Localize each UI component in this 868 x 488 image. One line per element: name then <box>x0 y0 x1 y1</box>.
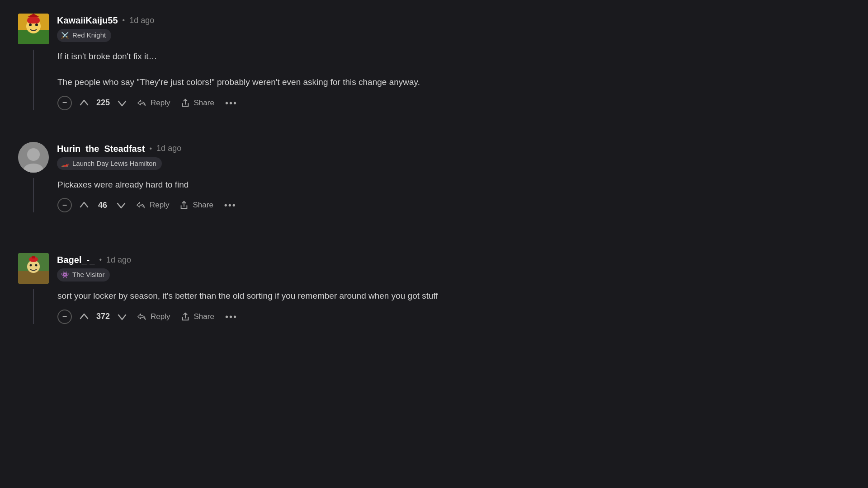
svg-point-8 <box>27 148 40 161</box>
reply-button[interactable]: Reply <box>133 198 172 212</box>
comment-body: sort your locker by season, it's better … <box>57 289 651 303</box>
vote-count: 225 <box>96 97 110 109</box>
comment-text-2: The people who say "They're just colors!… <box>57 75 651 89</box>
upvote-icon <box>79 200 89 210</box>
comment-body: If it isn't broke don't fix it… The peop… <box>57 50 651 89</box>
downvote-button[interactable] <box>114 96 130 110</box>
username: KawaiiKaiju55 <box>57 14 118 27</box>
reply-label: Reply <box>151 312 170 321</box>
avatar <box>18 142 49 173</box>
comment-header: Bagel_-_ • 1d ago 👾 The Visitor <box>18 253 651 284</box>
comment-right: If it isn't broke don't fix it… The peop… <box>57 50 651 110</box>
share-icon <box>180 312 190 322</box>
svg-point-14 <box>35 264 38 267</box>
reply-button[interactable]: Reply <box>134 96 173 110</box>
timestamp: 1d ago <box>156 142 181 155</box>
flair-icon: ⚔️ <box>60 30 70 40</box>
flair-text: Red Knight <box>72 30 106 41</box>
svg-rect-11 <box>18 271 49 284</box>
timestamp: 1d ago <box>106 254 131 266</box>
svg-point-3 <box>29 23 32 26</box>
svg-rect-16 <box>32 256 35 258</box>
reply-icon <box>137 312 147 322</box>
thread-line-container: Pickaxes were already hard to find − 46 <box>18 178 651 212</box>
share-label: Share <box>194 99 214 108</box>
username: Hurin_the_Steadfast <box>57 142 145 155</box>
timestamp: 1d ago <box>129 14 154 27</box>
comment-item: Hurin_the_Steadfast • 1d ago 🏎️ Launch D… <box>18 142 651 212</box>
svg-rect-5 <box>27 17 40 23</box>
flair-badge: 👾 The Visitor <box>57 268 110 282</box>
upvote-button[interactable] <box>76 198 92 212</box>
more-button[interactable]: ••• <box>221 199 240 211</box>
comment-body: Pickaxes were already hard to find <box>57 178 651 192</box>
share-icon <box>180 98 190 108</box>
more-button[interactable]: ••• <box>222 97 241 109</box>
downvote-icon <box>117 98 127 108</box>
thread-line-container: sort your locker by season, it's better … <box>18 289 651 324</box>
upvote-icon <box>79 312 89 322</box>
share-button[interactable]: Share <box>178 96 217 110</box>
comment-header: KawaiiKaiju55 • 1d ago ⚔️ Red Knight <box>18 14 651 44</box>
reply-icon <box>137 98 147 108</box>
vote-count: 46 <box>96 199 109 211</box>
downvote-button[interactable] <box>114 310 130 324</box>
user-info: Bagel_-_ • 1d ago 👾 The Visitor <box>57 253 131 282</box>
upvote-button[interactable] <box>76 310 92 324</box>
flair-badge: ⚔️ Red Knight <box>57 29 111 42</box>
svg-point-13 <box>30 264 32 267</box>
downvote-icon <box>117 312 127 322</box>
reply-label: Reply <box>150 201 169 210</box>
username-row: Bagel_-_ • 1d ago <box>57 253 131 267</box>
comment-text: sort your locker by season, it's better … <box>57 289 651 303</box>
user-info: Hurin_the_Steadfast • 1d ago 🏎️ Launch D… <box>57 142 181 170</box>
dot-separator: • <box>123 15 125 26</box>
avatar <box>18 253 49 284</box>
dot-separator: • <box>99 254 102 265</box>
collapse-button[interactable]: − <box>57 310 72 324</box>
comment-item: KawaiiKaiju55 • 1d ago ⚔️ Red Knight If … <box>18 14 651 110</box>
flair-text: Launch Day Lewis Hamilton <box>72 159 156 169</box>
share-button[interactable]: Share <box>178 310 217 324</box>
actions-row: − 372 <box>57 310 651 324</box>
downvote-icon <box>116 200 126 210</box>
dot-separator: • <box>150 143 152 154</box>
comment-right: sort your locker by season, it's better … <box>57 289 651 324</box>
username-row: KawaiiKaiju55 • 1d ago <box>57 14 154 27</box>
comment-text: If it isn't broke don't fix it… <box>57 50 651 63</box>
collapse-button[interactable]: − <box>57 96 72 110</box>
flair-text: The Visitor <box>72 270 104 280</box>
downvote-button[interactable] <box>113 198 129 212</box>
share-label: Share <box>194 312 214 321</box>
vote-count: 372 <box>96 310 110 323</box>
flair-badge: 🏎️ Launch Day Lewis Hamilton <box>57 157 162 170</box>
avatar <box>18 14 49 44</box>
svg-point-12 <box>27 260 40 273</box>
comment-text: Pickaxes were already hard to find <box>57 178 651 192</box>
thread-line <box>33 289 34 324</box>
username-row: Hurin_the_Steadfast • 1d ago <box>57 142 181 155</box>
comment-right: Pickaxes were already hard to find − 46 <box>57 178 651 212</box>
comment-section: KawaiiKaiju55 • 1d ago ⚔️ Red Knight If … <box>18 14 651 324</box>
thread-line <box>33 50 34 110</box>
upvote-icon <box>79 98 89 108</box>
actions-row: − 225 <box>57 96 651 110</box>
user-info: KawaiiKaiju55 • 1d ago ⚔️ Red Knight <box>57 14 154 42</box>
reply-icon <box>136 200 146 210</box>
collapse-button[interactable]: − <box>57 198 72 212</box>
reply-label: Reply <box>151 99 170 108</box>
upvote-button[interactable] <box>76 96 92 110</box>
thread-line-container: If it isn't broke don't fix it… The peop… <box>18 50 651 110</box>
flair-icon: 👾 <box>60 270 70 280</box>
share-label: Share <box>193 201 213 210</box>
more-button[interactable]: ••• <box>222 310 241 323</box>
username: Bagel_-_ <box>57 253 94 267</box>
share-icon <box>179 200 189 210</box>
flair-icon: 🏎️ <box>60 159 70 169</box>
comment-header: Hurin_the_Steadfast • 1d ago 🏎️ Launch D… <box>18 142 651 173</box>
thread-line <box>33 178 34 212</box>
reply-button[interactable]: Reply <box>134 310 173 324</box>
actions-row: − 46 <box>57 198 651 212</box>
share-button[interactable]: Share <box>176 198 216 212</box>
comment-item: Bagel_-_ • 1d ago 👾 The Visitor sort you… <box>18 253 651 324</box>
